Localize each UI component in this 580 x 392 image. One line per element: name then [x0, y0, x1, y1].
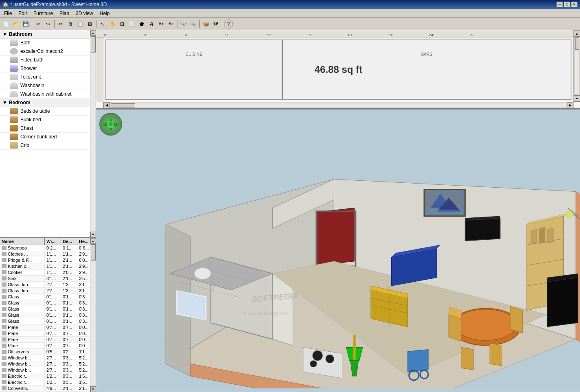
save-button[interactable]: 💾	[21, 20, 30, 28]
plan-hscroll-left[interactable]: ◀	[103, 102, 110, 109]
menu-furniture[interactable]: Furniture	[30, 10, 56, 17]
list-row[interactable]: Glass 0'1... 0'1... 0'3...	[0, 300, 90, 306]
tree-item-chest[interactable]: Chest	[0, 124, 90, 133]
list-row[interactable]: Window b... 2'7... 0'3... 5'2...	[0, 361, 90, 367]
maximize-button[interactable]: □	[564, 2, 570, 7]
col-height[interactable]: He...	[77, 238, 90, 245]
list-row[interactable]: Glass 0'1... 0'1... 0'3...	[0, 294, 90, 300]
tree-item-fitted-bath[interactable]: Fitted bath	[0, 56, 90, 64]
list-scroll-thumb[interactable]	[91, 244, 96, 261]
tree-item-crib[interactable]: Crib	[0, 141, 90, 150]
create-text-tool[interactable]: A	[147, 20, 156, 28]
list-row[interactable]: Cooker 1'1... 2'0... 2'9...	[0, 269, 90, 276]
copy-button[interactable]: ⧉	[66, 20, 75, 28]
list-row[interactable]: Window b... 2'7... 0'3... 5'2...	[0, 367, 90, 373]
list-row[interactable]: Clothes ... 1'1... 1'1... 2'9...	[0, 251, 90, 257]
col-depth[interactable]: De...	[61, 238, 77, 245]
tree-scroll-up[interactable]: ▲	[90, 30, 96, 36]
menu-edit[interactable]: Edit	[15, 10, 30, 17]
tree-item-washbasin[interactable]: Washbasin	[0, 81, 90, 90]
list-scroll-up[interactable]: ▲	[90, 238, 96, 244]
close-button[interactable]: ✕	[571, 2, 578, 7]
open-button[interactable]: 📂	[11, 20, 20, 28]
plan-vscroll-thumb[interactable]	[575, 37, 579, 50]
list-cell-width: 0'7...	[45, 343, 61, 348]
list-row[interactable]: Oil servers 0'5... 0'2... 1'1...	[0, 349, 90, 355]
list-row[interactable]: Glass 0'1... 0'1... 0'3...	[0, 306, 90, 312]
list-cell-height: 2'9...	[77, 263, 90, 269]
tree-scroll-thumb[interactable]	[91, 36, 96, 53]
plan-vscroll[interactable]: ▲ ▼	[573, 30, 580, 102]
plan-vscroll-up[interactable]: ▲	[574, 30, 580, 37]
tree-item-shower[interactable]: Shower	[0, 64, 90, 73]
tree-item-bedside[interactable]: Bedside table	[0, 107, 90, 116]
tree-item-bath[interactable]: Bath	[0, 39, 90, 47]
minimize-button[interactable]: —	[556, 2, 563, 7]
select-tool[interactable]: ↖	[98, 20, 107, 28]
add-text-tool2[interactable]: A↑	[166, 20, 175, 28]
menu-file[interactable]: File	[1, 10, 15, 17]
list-row[interactable]: Plate 0'7... 0'7... 0'0...	[0, 343, 90, 349]
tree-item-escalier[interactable]: escalierColimacon2	[0, 47, 90, 56]
3d-view[interactable]: ▲ ◀ ▶ ▼	[96, 109, 580, 392]
paste-button[interactable]: 📋	[76, 20, 85, 28]
plan-hscroll-thumb[interactable]	[111, 103, 135, 107]
zoom-out-button[interactable]: 🔍-	[189, 20, 198, 28]
list-row[interactable]: Electric r... 1'2... 0'3... 1'5...	[0, 379, 90, 385]
list-scroll-down[interactable]: ▼	[90, 386, 96, 392]
list-row[interactable]: Glass 0'1... 0'1... 0'3...	[0, 312, 90, 318]
list-row[interactable]: Kitchen c... 1'1... 2'1... 2'9...	[0, 263, 90, 269]
create-rooms-tool[interactable]: ⬜	[127, 20, 136, 28]
svg-text:www.softpedia.com: www.softpedia.com	[244, 310, 290, 316]
list-row[interactable]: Glass 0'1... 0'1... 0'3...	[0, 318, 90, 324]
list-row[interactable]: Sink 3'1... 2'1... 3'5...	[0, 276, 90, 282]
redo-button[interactable]: ↪	[44, 20, 53, 28]
cut-button[interactable]: ✂	[56, 20, 65, 28]
add-text-tool[interactable]: A+	[157, 20, 166, 28]
menu-3dview[interactable]: 3D view	[72, 10, 96, 17]
escalier-item-icon	[10, 48, 18, 55]
tree-scroll-down[interactable]: ▼	[90, 232, 96, 237]
list-row[interactable]: Electric r... 1'2... 0'3... 1'5...	[0, 373, 90, 379]
menu-help[interactable]: Help	[96, 10, 113, 17]
svg-marker-30	[490, 343, 502, 366]
tree-item-bunk-bed[interactable]: Bunk bed	[0, 116, 90, 124]
help-button[interactable]: ?	[224, 20, 233, 28]
plan-hscroll[interactable]: ◀ ▶	[103, 102, 573, 108]
list-row[interactable]: Window b... 2'7... 0'3... 5'2...	[0, 355, 90, 361]
plan-hscroll-right[interactable]: ▶	[567, 102, 573, 109]
category-bedroom[interactable]: ▼ Bedroom	[0, 99, 90, 107]
list-row[interactable]: Glass doo... 2'7... 1'3... 3'1...	[0, 282, 90, 288]
list-row[interactable]: Fridge & F... 1'1... 2'1... 6'0...	[0, 257, 90, 263]
tree-item-corner-bunk[interactable]: Corner bunk bed	[0, 133, 90, 141]
navigation-compass[interactable]: ▲ ◀ ▶ ▼	[99, 113, 122, 136]
pan-tool[interactable]: ✋	[108, 20, 117, 28]
tree-vscroll[interactable]: ▲ ▼	[90, 30, 96, 237]
plan-vscroll-down[interactable]: ▼	[574, 95, 580, 102]
list-cell-name: Convertib...	[0, 385, 45, 391]
list-row[interactable]: Plate 0'7... 0'7... 0'0...	[0, 331, 90, 337]
col-name[interactable]: Name	[0, 238, 45, 245]
menu-plan[interactable]: Plan	[56, 10, 72, 17]
zoom-in-button[interactable]: 🔍+	[179, 20, 188, 28]
export-button[interactable]: 🗺	[211, 20, 220, 28]
list-row[interactable]: Convertib... 4'9... 2'1... 2'1...	[0, 385, 90, 392]
list-vscroll[interactable]: ▲ ▼	[90, 238, 96, 392]
new-button[interactable]: 📄	[2, 20, 11, 28]
col-width[interactable]: Wi...	[45, 238, 61, 245]
list-row[interactable]: Plate 0'7... 0'7... 0'0...	[0, 337, 90, 343]
tree-item-washbasin-cabinet[interactable]: Washbasin with cabinet	[0, 90, 90, 99]
create-poly-tool[interactable]: ⬟	[137, 20, 146, 28]
floor-plan[interactable]: 0' 3' 6' 9' 12' 15' 18' 21' 24' 27'	[96, 30, 580, 109]
title-controls[interactable]: — □ ✕	[556, 2, 578, 7]
list-row[interactable]: Plate 0'7... 0'7... 0'0...	[0, 324, 90, 331]
create-walls-tool[interactable]: ⊡	[118, 20, 127, 28]
tree-item-toilet[interactable]: Toilet unit	[0, 73, 90, 81]
plan-canvas[interactable]: CUISINE BARS 46.88 sq ft	[103, 37, 573, 102]
category-bathroom[interactable]: ▼ Bathroom	[0, 30, 90, 39]
snap-button[interactable]: ⊞	[85, 20, 94, 28]
import-furniture-button[interactable]: 📦	[201, 20, 210, 28]
list-row[interactable]: Glass doo... 2'7... 1'3... 3'1...	[0, 288, 90, 294]
list-row[interactable]: Shampoo 0 2... 0 1... 0 6...	[0, 245, 90, 251]
undo-button[interactable]: ↩	[34, 20, 43, 28]
